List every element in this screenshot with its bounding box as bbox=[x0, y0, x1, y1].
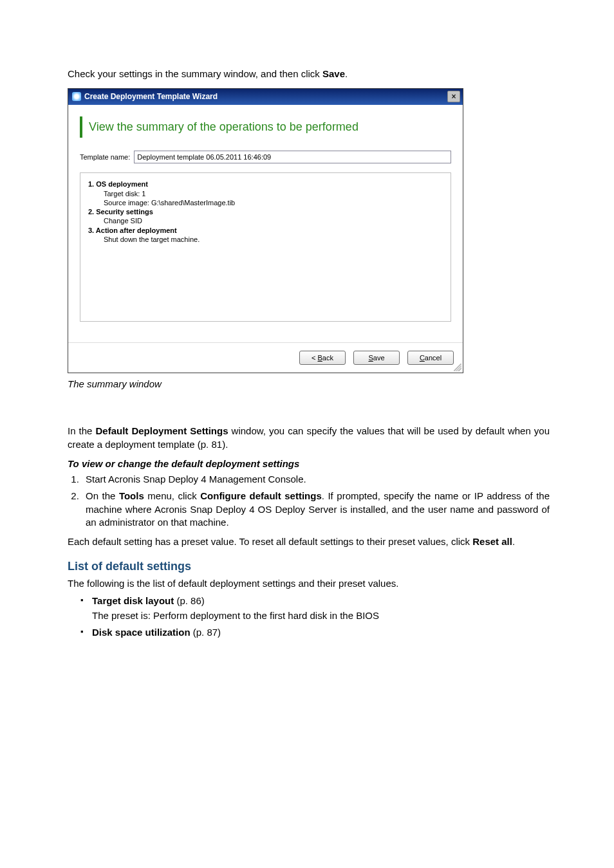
p3-c: . bbox=[512, 536, 515, 547]
save-mnemonic: S bbox=[368, 354, 373, 362]
view-change-heading: To view or change the default deployment… bbox=[68, 457, 550, 470]
summary-step-1b: Source image: G:\shared\MasterImage.tib bbox=[88, 198, 443, 207]
resize-grip-icon bbox=[454, 364, 461, 371]
step-2c: menu, click bbox=[144, 490, 200, 501]
intro-suffix: . bbox=[345, 68, 348, 79]
cancel-button[interactable]: Cancel bbox=[407, 351, 454, 365]
b2-ref: (p. 87) bbox=[191, 627, 221, 638]
default-settings-list-2: Disk space utilization (p. 87) bbox=[68, 626, 550, 639]
intro-save-word: Save bbox=[322, 68, 345, 79]
back-button[interactable]: < Back bbox=[299, 351, 346, 365]
bullet-disk-space-utilization: Disk space utilization (p. 87) bbox=[83, 626, 550, 639]
step-1: Start Acronis Snap Deploy 4 Management C… bbox=[82, 473, 550, 486]
cancel-mnemonic: C bbox=[420, 354, 425, 362]
step-2d: Configure default settings bbox=[200, 490, 322, 501]
reset-paragraph: Each default setting has a preset value.… bbox=[68, 535, 550, 548]
b2-label: Disk space utilization bbox=[92, 627, 191, 638]
p3-a: Each default setting has a preset value.… bbox=[68, 536, 472, 547]
back-mnemonic: B bbox=[318, 354, 322, 362]
template-name-label: Template name: bbox=[80, 153, 130, 161]
window-title: Create Deployment Template Wizard bbox=[84, 92, 218, 101]
list-intro: The following is the list of default dep… bbox=[68, 577, 550, 590]
step-2a: On the bbox=[86, 490, 119, 501]
template-name-row: Template name: bbox=[80, 151, 451, 163]
screenshot-caption: The summary window bbox=[68, 378, 550, 389]
list-heading: List of default settings bbox=[68, 560, 550, 573]
steps-list: Start Acronis Snap Deploy 4 Management C… bbox=[68, 473, 550, 529]
save-button[interactable]: Save bbox=[353, 351, 400, 365]
intro-paragraph: Check your settings in the summary windo… bbox=[68, 68, 550, 80]
p3-b: Reset all bbox=[472, 536, 512, 547]
p2-a: In the bbox=[68, 425, 96, 436]
p2-b: Default Deployment Settings bbox=[96, 425, 228, 436]
wizard-window: Create Deployment Template Wizard × View… bbox=[68, 88, 463, 373]
close-button[interactable]: × bbox=[447, 91, 460, 102]
wizard-button-row: < Back Save Cancel bbox=[68, 342, 463, 373]
summary-step-2: 2. Security settings bbox=[88, 207, 443, 216]
summary-step-3: 3. Action after deployment bbox=[88, 226, 443, 235]
close-icon: × bbox=[451, 93, 456, 100]
template-name-input[interactable] bbox=[134, 151, 451, 163]
b1-ref: (p. 86) bbox=[174, 595, 205, 606]
step-2b: Tools bbox=[119, 490, 144, 501]
summary-panel: 1. OS deployment Target disk: 1 Source i… bbox=[80, 172, 451, 322]
bullet-target-disk-layout: Target disk layout (p. 86) bbox=[83, 595, 550, 607]
intro-prefix: Check your settings in the summary windo… bbox=[68, 68, 322, 79]
summary-step-1: 1. OS deployment bbox=[88, 180, 443, 189]
window-titlebar: Create Deployment Template Wizard × bbox=[68, 89, 463, 105]
wizard-heading: View the summary of the operations to be… bbox=[80, 116, 451, 138]
summary-step-3a: Shut down the target machine. bbox=[88, 235, 443, 244]
b1-preset: The preset is: Perform deployment to the… bbox=[68, 610, 550, 621]
app-icon bbox=[72, 92, 81, 101]
default-settings-paragraph: In the Default Deployment Settings windo… bbox=[68, 425, 550, 451]
default-settings-list: Target disk layout (p. 86) bbox=[68, 595, 550, 607]
step-2: On the Tools menu, click Configure defau… bbox=[82, 490, 550, 529]
summary-step-1a: Target disk: 1 bbox=[88, 189, 443, 198]
summary-step-2a: Change SID bbox=[88, 216, 443, 225]
b1-label: Target disk layout bbox=[92, 595, 174, 606]
